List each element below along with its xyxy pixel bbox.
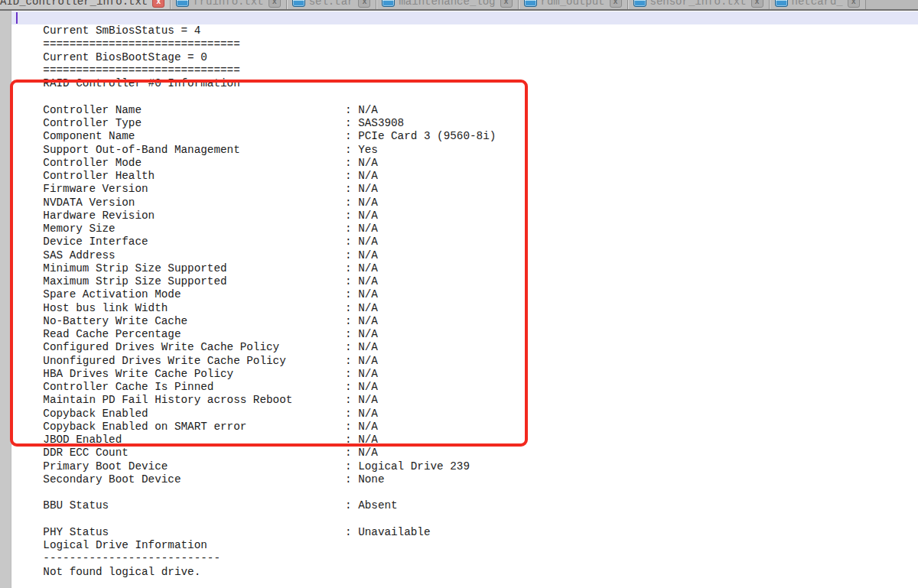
editor-line[interactable]: Controller Type : SAS3908 (11, 104, 918, 117)
file-icon (382, 0, 395, 7)
tab-bar: AID_controller_info.txt x fruinfo.txt x … (0, 0, 918, 11)
tab-label: rdm_output (541, 0, 605, 8)
tab-label: netcard_ (792, 0, 843, 8)
file-icon (633, 0, 646, 7)
editor-line[interactable]: Controller Mode : N/A (11, 144, 918, 157)
editor-line[interactable]: RAID Controller #0 Information (11, 64, 918, 77)
editor-line[interactable]: Copyback Enabled : N/A (11, 394, 918, 407)
editor-line[interactable]: Maintain PD Fail History across Reboot :… (11, 381, 918, 394)
close-icon: x (272, 0, 277, 5)
tab-close-button[interactable]: x (848, 0, 860, 8)
close-icon: x (363, 0, 367, 5)
tab-sel-tar[interactable]: sel.tar x (287, 0, 377, 11)
editor-line[interactable]: Host bus link Width : N/A (11, 288, 918, 301)
editor-line[interactable]: Logical Drive Information (11, 526, 918, 539)
editor-line[interactable] (11, 499, 918, 512)
tab-sensor-info-txt[interactable]: sensor_info.txt x (628, 0, 770, 11)
file-icon (524, 0, 537, 7)
editor-line[interactable]: SAS Address : N/A (11, 236, 918, 249)
tab-close-button[interactable]: x (358, 0, 370, 8)
editor-line[interactable]: No-Battery Write Cache : N/A (11, 302, 918, 315)
close-icon: x (755, 0, 760, 5)
tab-label: sensor_info.txt (650, 0, 747, 8)
tab-bar-filler (866, 0, 918, 11)
editor-line[interactable]: Secondary Boot Device : None (11, 460, 918, 473)
editor-line[interactable]: DDR ECC Count : N/A (11, 434, 918, 447)
tab-close-button[interactable]: x (500, 0, 513, 8)
close-icon: x (614, 0, 618, 5)
tab-label: AID_controller_info.txt (0, 0, 148, 8)
file-icon (176, 0, 189, 7)
editor-line[interactable]: Current BiosBootStage = 0 (11, 38, 918, 51)
tab-close-button[interactable]: x (269, 0, 281, 8)
tab-aid-controller-info-txt[interactable]: AID_controller_info.txt x (0, 0, 171, 11)
editor-line[interactable]: Spare Activation Mode : N/A (11, 275, 918, 288)
editor-line[interactable]: Support Out-of-Band Management : Yes (11, 130, 918, 143)
editor-line[interactable]: Device Interface : N/A (11, 223, 918, 236)
text-caret (16, 12, 18, 24)
editor-line[interactable]: PHY Status : Unavailable (11, 513, 918, 526)
editor-line[interactable]: NVDATA Version : N/A (11, 183, 918, 196)
editor-line[interactable]: BBU Status : Absent (11, 486, 918, 499)
editor-line[interactable] (11, 77, 918, 90)
editor-line[interactable]: Unonfigured Drives Write Cache Policy : … (11, 341, 918, 354)
file-icon (775, 0, 788, 7)
editor-line[interactable]: ============================== (11, 24, 918, 37)
close-icon: x (504, 0, 509, 5)
tab-bar-inner: AID_controller_info.txt x fruinfo.txt x … (0, 0, 918, 11)
tab-close-button[interactable]: x (610, 0, 622, 8)
editor[interactable]: Current SmBiosStatus = 4 ===============… (0, 11, 918, 588)
tab-label: maintenance_log (399, 0, 495, 8)
editor-line[interactable]: Primary Boot Device : Logical Drive 239 (11, 447, 918, 460)
editor-line[interactable] (11, 473, 918, 486)
editor-line[interactable]: Configured Drives Write Cache Policy : N… (11, 328, 918, 341)
editor-line[interactable]: Maximum Strip Size Supported : N/A (11, 262, 918, 275)
file-icon (292, 0, 305, 7)
editor-line[interactable]: ============================== (11, 51, 918, 64)
editor-line[interactable]: Current SmBiosStatus = 4 (11, 11, 918, 24)
editor-margin (0, 11, 11, 588)
editor-content[interactable]: Current SmBiosStatus = 4 ===============… (11, 11, 918, 588)
tab-netcard-[interactable]: netcard_ x (770, 0, 866, 11)
tab-fruinfo-txt[interactable]: fruinfo.txt x (171, 0, 286, 11)
tab-label: sel.tar (309, 0, 354, 8)
editor-line[interactable]: Hardware Revision : N/A (11, 197, 918, 210)
editor-line[interactable]: HBA Drives Write Cache Policy : N/A (11, 355, 918, 368)
close-icon: x (156, 0, 161, 5)
tab-label: fruinfo.txt (193, 0, 263, 8)
close-icon: x (851, 0, 856, 5)
line-text: Not found logical drive. (43, 566, 200, 578)
editor-line[interactable]: Controller Cache Is Pinned : N/A (11, 368, 918, 381)
tab-close-button[interactable]: x (751, 0, 763, 8)
editor-line[interactable]: Copyback Enabled on SMART error : N/A (11, 408, 918, 421)
editor-line[interactable]: JBOD Enabled : N/A (11, 421, 918, 434)
editor-line[interactable]: Not found logical drive. (11, 552, 918, 565)
tab-maintenance-log[interactable]: maintenance_log x (376, 0, 518, 11)
tab-close-button[interactable]: x (152, 0, 164, 8)
editor-line[interactable]: Memory Size : N/A (11, 210, 918, 223)
editor-line[interactable]: Read Cache Percentage : N/A (11, 315, 918, 328)
tab-rdm-output[interactable]: rdm_output x (519, 0, 628, 11)
editor-line[interactable]: Component Name : PCIe Card 3 (9560-8i) (11, 117, 918, 130)
editor-line[interactable]: Firmware Version : N/A (11, 170, 918, 183)
editor-line[interactable]: Controller Health : N/A (11, 157, 918, 170)
editor-line[interactable]: Minimum Strip Size Supported : N/A (11, 249, 918, 262)
editor-line[interactable]: Controller Name : N/A (11, 91, 918, 104)
editor-line[interactable]: --------------------------- (11, 539, 918, 552)
